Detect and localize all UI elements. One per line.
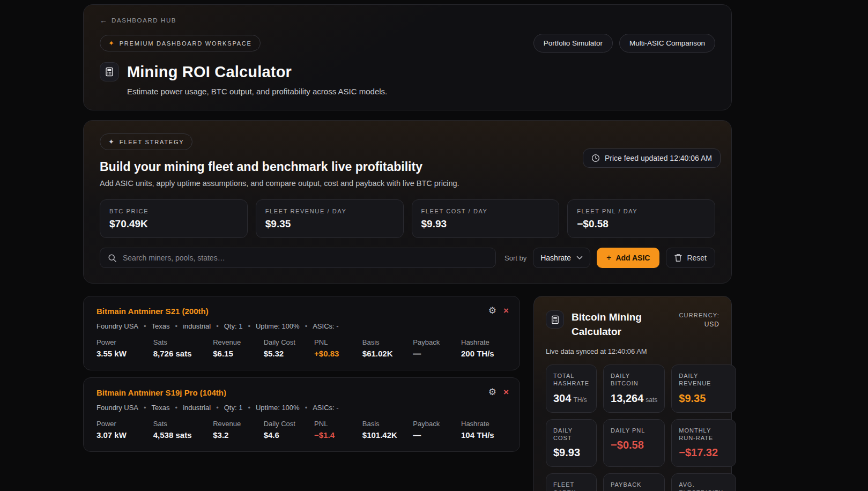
miner-asics: ASICs: -	[300, 404, 339, 412]
miner-metrics: Power 3.07 kW Sats 4,538 sats Revenue $3…	[97, 420, 507, 440]
lower-area: Bitmain Antminer S21 (200th) ⚙ × Foundry…	[83, 296, 732, 491]
portfolio-simulator-button[interactable]: Portfolio Simulator	[533, 34, 613, 53]
price-feed-text: Price feed updated 12:40:06 AM	[605, 154, 712, 162]
header-card: ← DASHBOARD HUB ✦ PREMIUM DASHBOARD WORK…	[83, 4, 732, 110]
calc-header: Bitcoin Mining Calculator CURRENCY: USD	[546, 310, 719, 339]
metric-pnl: PNL +$0.83	[314, 338, 362, 358]
currency-label: CURRENCY:	[679, 312, 719, 318]
miner-name: Bitmain Antminer S19j Pro (104th)	[97, 388, 507, 397]
plus-icon: +	[606, 253, 611, 263]
miner-list: Bitmain Antminer S21 (200th) ⚙ × Foundry…	[83, 296, 520, 452]
fleet-strategy-card: ✦ FLEET STRATEGY Price feed updated 12:4…	[83, 120, 732, 284]
miner-card-s19j-pro: Bitmain Antminer S19j Pro (104th) ⚙ × Fo…	[83, 377, 520, 452]
metric-revenue: Revenue $6.15	[213, 338, 263, 358]
sort-by-label: Sort by	[505, 254, 526, 262]
miner-state: Texas	[138, 404, 170, 412]
sparkle-icon: ✦	[108, 138, 115, 146]
currency-block: CURRENCY: USD	[679, 310, 719, 328]
close-icon[interactable]: ×	[503, 387, 509, 398]
currency-value: USD	[679, 321, 719, 328]
stat-value: −$0.58	[577, 218, 706, 230]
metric-power: Power 3.55 kW	[97, 338, 153, 358]
header-actions: Portfolio Simulator Multi-ASIC Compariso…	[533, 34, 715, 53]
miner-asics: ASICs: -	[300, 322, 339, 330]
sort-dropdown[interactable]: Hashrate	[533, 248, 590, 268]
close-icon[interactable]: ×	[503, 306, 509, 316]
live-data-synced-text: Live data synced at 12:40:06 AM	[546, 347, 719, 355]
miner-name: Bitmain Antminer S21 (200th)	[97, 307, 507, 316]
metric-daily-cost: Daily Cost $4.6	[264, 420, 314, 440]
workspace-badge-label: PREMIUM DASHBOARD WORKSPACE	[120, 40, 252, 47]
stat-label: FLEET PNL / DAY	[577, 208, 706, 214]
miner-uptime: Uptime: 100%	[242, 404, 299, 412]
tile-daily-bitcoin: DAILY BITCOIN 13,264sats	[603, 364, 665, 413]
miner-qty: Qty: 1	[211, 322, 242, 330]
tile-daily-revenue: DAILY REVENUE $9.35	[671, 364, 736, 413]
miner-type: industrial	[170, 322, 211, 330]
back-link-label: DASHBOARD HUB	[112, 17, 176, 24]
metric-revenue: Revenue $3.2	[213, 420, 263, 440]
metric-hashrate: Hashrate 104 TH/s	[461, 420, 507, 440]
back-arrow-icon: ←	[100, 16, 107, 25]
stat-value: $70.49K	[109, 218, 238, 230]
gear-icon[interactable]: ⚙	[488, 386, 496, 398]
metric-sats: Sats 4,538 sats	[153, 420, 213, 440]
multi-asic-comparison-button[interactable]: Multi-ASIC Comparison	[619, 34, 715, 53]
chevron-down-icon	[576, 256, 583, 260]
miner-metrics: Power 3.55 kW Sats 8,726 sats Revenue $6…	[97, 338, 507, 358]
stat-card-btc-price: BTC PRICE $70.49K	[100, 199, 248, 238]
miner-card-actions: ⚙ ×	[488, 305, 509, 316]
miner-meta: Foundry USA Texas industrial Qty: 1 Upti…	[97, 404, 507, 412]
controls-row: Sort by Hashrate + Add ASIC Reset	[100, 248, 715, 268]
clock-icon	[591, 154, 600, 162]
miner-card-actions: ⚙ ×	[488, 386, 509, 398]
tile-total-hashrate: TOTAL HASHRATE 304TH/s	[546, 364, 597, 413]
calculator-icon	[100, 62, 119, 81]
metric-basis: Basis $61.02K	[362, 338, 413, 358]
stat-label: BTC PRICE	[109, 208, 238, 214]
metric-hashrate: Hashrate 200 TH/s	[461, 338, 507, 358]
search-input[interactable]	[123, 254, 488, 262]
fleet-strategy-badge: ✦ FLEET STRATEGY	[100, 133, 192, 150]
metric-daily-cost: Daily Cost $5.32	[264, 338, 314, 358]
search-box[interactable]	[100, 248, 496, 268]
gear-icon[interactable]: ⚙	[488, 305, 496, 316]
metric-pnl: PNL −$1.4	[314, 420, 362, 440]
miner-type: industrial	[170, 404, 211, 412]
tile-daily-cost: DAILY COST $9.93	[546, 419, 597, 467]
back-link-dashboard-hub[interactable]: ← DASHBOARD HUB	[100, 16, 176, 25]
miner-state: Texas	[138, 322, 170, 330]
trash-icon	[674, 254, 682, 262]
stat-card-fleet-revenue: FLEET REVENUE / DAY $9.35	[256, 199, 404, 238]
search-icon	[108, 254, 117, 263]
workspace-badge: ✦ PREMIUM DASHBOARD WORKSPACE	[100, 35, 261, 51]
tile-monthly-run-rate: MONTHLY RUN-RATE −$17.32	[671, 419, 736, 467]
stat-value: $9.35	[265, 218, 394, 230]
metric-payback: Payback —	[413, 420, 461, 440]
stat-label: FLEET REVENUE / DAY	[265, 208, 394, 214]
miner-qty: Qty: 1	[211, 404, 242, 412]
stat-card-fleet-pnl: FLEET PNL / DAY −$0.58	[567, 199, 715, 238]
add-asic-button[interactable]: + Add ASIC	[597, 248, 659, 268]
calculator-icon	[546, 310, 564, 329]
stat-label: FLEET COST / DAY	[421, 208, 550, 214]
tile-daily-pnl: DAILY PNL −$0.58	[603, 419, 665, 467]
sort-dropdown-value: Hashrate	[540, 254, 571, 262]
add-asic-label: Add ASIC	[615, 254, 650, 262]
miner-uptime: Uptime: 100%	[242, 322, 299, 330]
fleet-stats-row: BTC PRICE $70.49K FLEET REVENUE / DAY $9…	[100, 199, 715, 238]
fleet-subheading: Add ASIC units, apply uptime assumptions…	[100, 179, 715, 188]
tile-payback: PAYBACK —	[603, 473, 665, 491]
reset-button[interactable]: Reset	[666, 248, 715, 268]
metric-power: Power 3.07 kW	[97, 420, 153, 440]
tile-avg-electricity: AVG. ELECTRICITY $0.063/kWh	[671, 473, 736, 491]
bitcoin-mining-calculator-panel: Bitcoin Mining Calculator CURRENCY: USD …	[533, 296, 732, 491]
badge-row: ✦ PREMIUM DASHBOARD WORKSPACE Portfolio …	[100, 34, 715, 53]
main-page: ← DASHBOARD HUB ✦ PREMIUM DASHBOARD WORK…	[83, 4, 732, 491]
calc-panel-title: Bitcoin Mining Calculator	[572, 310, 657, 339]
metric-payback: Payback —	[413, 338, 461, 358]
stat-card-fleet-cost: FLEET COST / DAY $9.93	[412, 199, 560, 238]
miner-pool: Foundry USA	[97, 404, 138, 412]
miner-pool: Foundry USA	[97, 322, 138, 330]
calc-tiles-grid: TOTAL HASHRATE 304TH/s DAILY BITCOIN 13,…	[546, 364, 719, 491]
